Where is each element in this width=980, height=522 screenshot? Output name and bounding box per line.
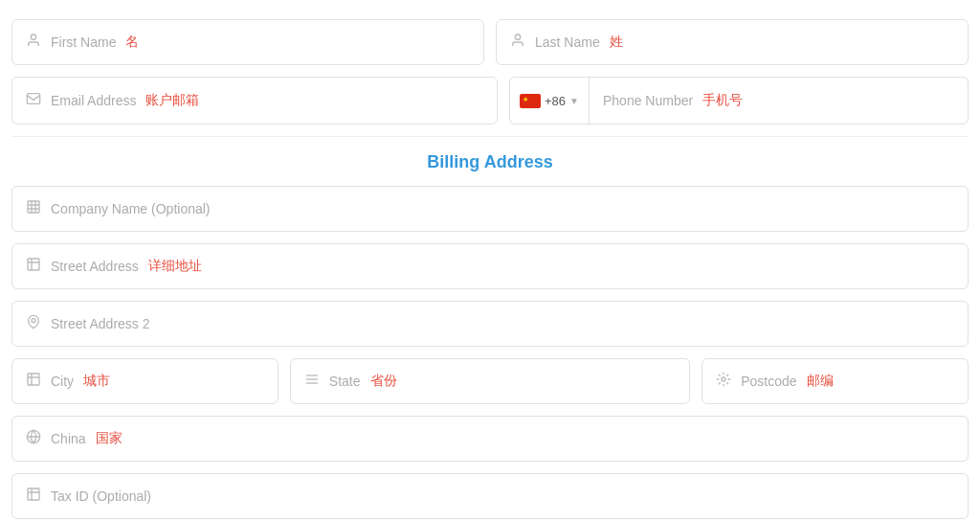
- billing-address-title: Billing Address: [11, 152, 969, 172]
- postcode-col: Postcode 邮编: [702, 358, 969, 404]
- country-field[interactable]: China 国家: [11, 416, 969, 462]
- tax-field[interactable]: Tax ID (Optional): [11, 473, 969, 519]
- person-icon: [26, 33, 41, 52]
- envelope-icon: [26, 91, 41, 110]
- email-placeholder: Email Address: [51, 93, 136, 108]
- phone-placeholder: Phone Number: [603, 93, 693, 108]
- city-field[interactable]: City 城市: [11, 358, 278, 404]
- postcode-field[interactable]: Postcode 邮编: [702, 358, 969, 404]
- street1-value: 详细地址: [148, 258, 202, 275]
- svg-rect-3: [28, 201, 39, 213]
- first-name-value: 名: [125, 34, 139, 51]
- first-name-field[interactable]: First Name 名: [11, 19, 484, 65]
- state-icon: [304, 372, 320, 391]
- country-value: 国家: [96, 430, 122, 447]
- dropdown-arrow-icon: ▼: [569, 96, 579, 106]
- state-field[interactable]: State 省份: [290, 358, 690, 404]
- phone-prefix[interactable]: ★ +86 ▼: [510, 78, 590, 124]
- svg-rect-4: [28, 259, 39, 270]
- country-row: China 国家: [11, 416, 969, 462]
- last-name-field[interactable]: Last Name 姓: [496, 19, 969, 65]
- city-state-postcode-row: City 城市 State 省份 Postcode 邮编: [11, 358, 969, 404]
- email-phone-row: Email Address 账户邮箱 ★ +86 ▼ Phone Number …: [11, 77, 969, 125]
- street1-field[interactable]: Street Address 详细地址: [11, 243, 969, 289]
- cn-flag: ★: [520, 94, 541, 108]
- phone-value: 手机号: [702, 92, 743, 109]
- phone-field[interactable]: ★ +86 ▼ Phone Number 手机号: [509, 77, 969, 125]
- phone-input-area: Phone Number 手机号: [590, 80, 968, 121]
- postcode-placeholder: Postcode: [741, 374, 796, 389]
- street1-placeholder: Street Address: [51, 259, 139, 274]
- svg-rect-6: [28, 374, 39, 385]
- svg-point-0: [31, 34, 35, 39]
- state-col: State 省份: [290, 358, 690, 404]
- state-placeholder: State: [329, 374, 361, 389]
- svg-point-1: [515, 34, 520, 39]
- street2-field[interactable]: Street Address 2: [11, 301, 969, 347]
- tax-placeholder: Tax ID (Optional): [51, 488, 151, 504]
- first-name-placeholder: First Name: [51, 34, 116, 50]
- street2-row: Street Address 2: [11, 301, 969, 347]
- street2-placeholder: Street Address 2: [51, 316, 150, 331]
- svg-rect-2: [27, 94, 39, 104]
- email-field[interactable]: Email Address 账户邮箱: [11, 77, 498, 125]
- svg-point-10: [722, 377, 725, 381]
- company-icon: [26, 199, 41, 218]
- city-placeholder: City: [51, 374, 74, 389]
- tax-icon: [26, 487, 41, 506]
- section-divider: [11, 136, 969, 137]
- svg-point-5: [32, 319, 35, 323]
- company-field[interactable]: Company Name (Optional): [11, 186, 969, 232]
- globe-icon: [26, 429, 41, 448]
- last-name-value: 姓: [610, 34, 623, 51]
- postcode-value: 邮编: [807, 373, 834, 390]
- company-placeholder: Company Name (Optional): [51, 201, 211, 216]
- state-value: 省份: [370, 373, 397, 390]
- svg-rect-12: [28, 488, 39, 500]
- city-col: City 城市: [11, 358, 278, 404]
- form-container: First Name 名 Last Name 姓 Email Address 账…: [11, 19, 969, 519]
- city-value: 城市: [83, 373, 110, 390]
- company-row: Company Name (Optional): [11, 186, 969, 232]
- name-row: First Name 名 Last Name 姓: [11, 19, 969, 65]
- tax-row: Tax ID (Optional): [11, 473, 969, 519]
- pin-icon: [26, 314, 41, 333]
- phone-code: +86: [545, 94, 566, 108]
- last-name-placeholder: Last Name: [535, 34, 600, 50]
- person-icon-2: [510, 33, 525, 52]
- email-value: 账户邮箱: [145, 92, 199, 109]
- postcode-icon: [716, 372, 731, 391]
- street1-row: Street Address 详细地址: [11, 243, 969, 289]
- country-placeholder: China: [51, 431, 86, 446]
- street1-icon: [26, 257, 41, 276]
- city-icon: [26, 372, 41, 391]
